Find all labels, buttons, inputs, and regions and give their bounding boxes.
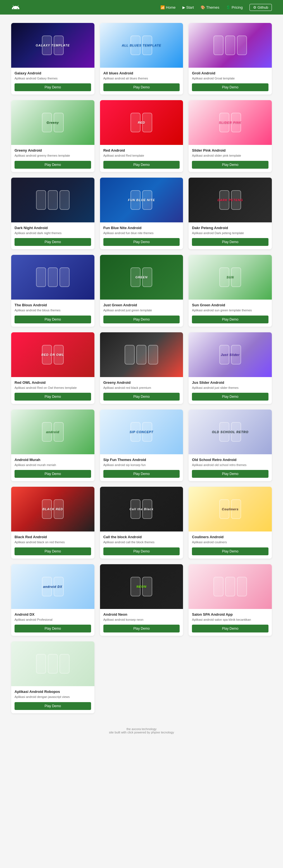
card-title-the-blous-android: The Blous Android: [14, 303, 91, 307]
card-label-dakr-peteng-android: DARK PETENG: [216, 197, 244, 203]
card-android-dx: android DXAndroid DXAplikasi android Pro…: [11, 564, 95, 636]
card-label-black-red-android: BLACK RED: [41, 506, 64, 512]
demo-button-black-red-android[interactable]: Play Demo: [14, 548, 91, 555]
demo-button-aplikasi-android-robopos[interactable]: Play Demo: [14, 702, 91, 710]
card-label-all-blues-android: ALL BLUES TEMPLATE: [121, 42, 162, 48]
footer-line2: site built with click powered by phpixe …: [6, 731, 277, 734]
demo-button-red-android[interactable]: Play Demo: [103, 161, 180, 169]
pricing-icon: 💲: [226, 5, 231, 9]
card-image-dark-night-android: [11, 178, 95, 222]
card-desc-android-murah: Aplikasi android murah meriah: [14, 463, 91, 467]
card-title-jus-slider-android: Jus Slider Android: [192, 380, 269, 384]
card-image-call-the-black-android: Call the Black: [100, 487, 183, 531]
card-label-red-android: RED: [137, 120, 146, 125]
demo-button-old-school-retro-android[interactable]: Play Demo: [192, 470, 269, 478]
demo-button-just-green-android[interactable]: Play Demo: [103, 315, 180, 323]
nav-pricing[interactable]: 💲 Pricing: [226, 5, 243, 9]
card-image-couliners-android: Couliners: [188, 487, 272, 531]
card-fun-blue-nite-android: FUN BLUE NITEFun Blue Nite AndroidAplika…: [100, 178, 183, 249]
card-title-greeny-android: Greeny Android: [14, 148, 91, 152]
card-title-sun-green-android: Sun Green Android: [192, 303, 269, 307]
card-title-old-school-retro-android: Old School Retro Android: [192, 458, 269, 462]
demo-button-couliners-android[interactable]: Play Demo: [192, 548, 269, 555]
card-dakr-peteng-android: DARK PETENGDakr Peteng AndroidAplikasi a…: [188, 178, 272, 249]
demo-button-the-blous-android[interactable]: Play Demo: [14, 315, 91, 323]
card-label-greeny-android: Greeny: [45, 120, 60, 125]
github-icon: ⚙: [253, 5, 256, 9]
card-sip-fun-themes-android: SIP CONCEPTSip Fun Themes AndroidAplikas…: [100, 409, 183, 481]
demo-button-android-neon[interactable]: Play Demo: [103, 625, 180, 632]
card-red-android: REDRed AndroidAplikasi android Red templ…: [100, 100, 183, 172]
card-desc-black-red-android: Aplikasi android black on red themes: [14, 540, 91, 544]
card-android-murah: androidAndroid MurahAplikasi android mur…: [11, 409, 95, 481]
demo-button-dakr-peteng-android[interactable]: Play Demo: [192, 238, 269, 246]
card-label-android-neon: NEON: [136, 584, 148, 589]
card-label-red-owl-android: RED ON OWL: [40, 352, 65, 358]
footer-line1: the axcora technology: [6, 727, 277, 731]
card-image-old-school-retro-android: OLD SCHOOL RETRO: [188, 409, 272, 454]
card-desc-just-green-android: Aplikasi android just green template: [103, 308, 180, 312]
demo-button-android-dx[interactable]: Play Demo: [14, 625, 91, 632]
demo-button-call-the-black-android[interactable]: Play Demo: [103, 548, 180, 555]
card-title-red-android: Red Android: [103, 148, 180, 152]
demo-button-sun-green-android[interactable]: Play Demo: [192, 315, 269, 323]
demo-button-greeny-premium-android[interactable]: Play Demo: [103, 393, 180, 401]
card-image-jus-slider-android: Just Slider: [188, 332, 272, 377]
card-call-the-black-android: Call the BlackCall the block AndroidApli…: [100, 487, 183, 558]
card-label-fun-blue-nite-android: FUN BLUE NITE: [127, 197, 156, 203]
demo-button-slider-pink-android[interactable]: Play Demo: [192, 161, 269, 169]
card-desc-galaxy-android: Aplikasi android Galaxy themes: [14, 76, 91, 81]
card-label-galaxy-android: GALAXY TEMPLATE: [35, 42, 71, 48]
card-android-neon: NEONAndroid NeonAplikasi android konsep …: [100, 564, 183, 636]
demo-button-android-murah[interactable]: Play Demo: [14, 470, 91, 478]
themes-icon: 🎨: [201, 5, 205, 9]
card-image-android-dx: android DX: [11, 564, 95, 609]
card-label-slider-pink-android: SLIDER PINK: [218, 120, 243, 125]
demo-button-dark-night-android[interactable]: Play Demo: [14, 238, 91, 246]
demo-button-greeny-android[interactable]: Play Demo: [14, 161, 91, 169]
card-desc-greeny-premium-android: Aplikasi android red black premium: [103, 386, 180, 390]
demo-button-red-owl-android[interactable]: Play Demo: [14, 393, 91, 401]
nav-themes[interactable]: 🎨 Themes: [201, 5, 219, 9]
card-galaxy-android: GALAXY TEMPLATEGalaxy AndroidAplikasi an…: [11, 23, 95, 95]
card-aplikasi-android-robopos: Aplikasi Android RoboposAplikasi android…: [11, 642, 95, 713]
card-label-just-green-android: GREEN: [134, 274, 149, 280]
card-image-the-blous-android: [11, 255, 95, 300]
card-label-android-dx: android DX: [42, 584, 63, 589]
card-desc-dark-night-android: Aplikasi android dark night themes: [14, 231, 91, 235]
main-nav: 📶 Home ▶ Start 🎨 Themes 💲 Pricing ⚙ Gith…: [161, 4, 272, 11]
card-couliners-android: CoulinersCouliners AndroidAplikasi andro…: [188, 487, 272, 558]
cards-grid: GALAXY TEMPLATEGalaxy AndroidAplikasi an…: [11, 23, 272, 713]
card-image-galaxy-android: GALAXY TEMPLATE: [11, 23, 95, 68]
demo-button-jus-slider-android[interactable]: Play Demo: [192, 393, 269, 401]
card-image-android-neon: NEON: [100, 564, 183, 609]
card-image-greeny-android: Greeny: [11, 100, 95, 145]
card-desc-groli-android: Aplikasi android Groal template: [192, 76, 269, 81]
card-title-all-blues-android: All blues Android: [103, 71, 180, 75]
demo-button-all-blues-android[interactable]: Play Demo: [103, 83, 180, 91]
card-title-dark-night-android: Dark Night Android: [14, 226, 91, 230]
card-title-red-owl-android: Red OWL Android: [14, 380, 91, 384]
demo-button-groli-android[interactable]: Play Demo: [192, 83, 269, 91]
card-title-android-neon: Android Neon: [103, 612, 180, 617]
card-label-couliners-android: Couliners: [221, 506, 240, 512]
github-button[interactable]: ⚙ Github: [249, 4, 272, 11]
demo-button-salon-spa-android[interactable]: Play Demo: [192, 625, 269, 632]
card-all-blues-android: ALL BLUES TEMPLATEAll blues AndroidAplik…: [100, 23, 183, 95]
demo-button-fun-blue-nite-android[interactable]: Play Demo: [103, 238, 180, 246]
card-image-sip-fun-themes-android: SIP CONCEPT: [100, 409, 183, 454]
card-image-aplikasi-android-robopos: [11, 642, 95, 686]
card-desc-sip-fun-themes-android: Aplikasi android sip konsep fun: [103, 463, 180, 467]
demo-button-sip-fun-themes-android[interactable]: Play Demo: [103, 470, 180, 478]
card-title-couliners-android: Couliners Android: [192, 535, 269, 539]
card-title-galaxy-android: Galaxy Android: [14, 71, 91, 75]
start-icon: ▶: [182, 5, 185, 9]
card-title-groli-android: Groli Android: [192, 71, 269, 75]
demo-button-galaxy-android[interactable]: Play Demo: [14, 83, 91, 91]
nav-home[interactable]: 📶 Home: [161, 5, 176, 9]
nav-start[interactable]: ▶ Start: [182, 5, 194, 9]
card-title-just-green-android: Just Green Android: [103, 303, 180, 307]
card-greeny-android: GreenyGreeny AndroidAplikasi android gre…: [11, 100, 95, 172]
card-desc-red-android: Aplikasi android Red template: [103, 154, 180, 158]
card-desc-slider-pink-android: Aplikasi android slider pink template: [192, 154, 269, 158]
